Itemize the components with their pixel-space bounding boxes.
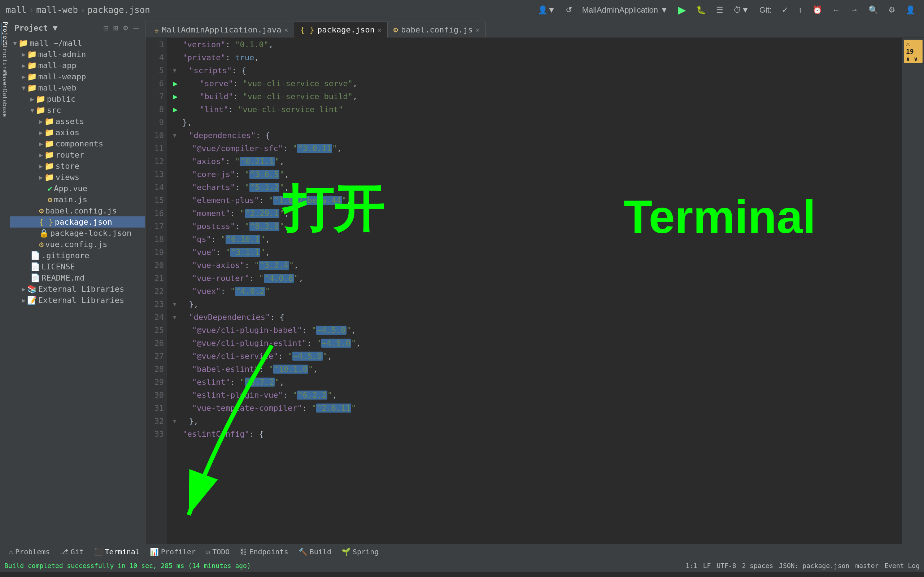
tree-item-scratches[interactable]: ▶ 📝 External Libraries — [10, 295, 145, 306]
fold-arrow-24[interactable]: ▼ — [173, 311, 176, 324]
tree-item-public[interactable]: ▶ 📁 public — [10, 93, 145, 105]
profiler-btn[interactable]: ⏱▼ — [730, 4, 752, 16]
line-num-4: 4 — [159, 51, 164, 64]
code-area[interactable]: "version": "0.1.0", "private": true, ▼ "… — [167, 38, 902, 544]
close-tab-json[interactable]: ✕ — [378, 26, 381, 34]
history-btn[interactable]: ⏰ — [809, 4, 825, 16]
tree-item-mall-weapp[interactable]: ▶ 📁 mall-weapp — [10, 71, 145, 82]
sidebar-item-structure[interactable]: Structure — [1, 46, 10, 68]
folder-icon: 📁 — [44, 150, 54, 160]
line-num-26: 26 — [155, 337, 164, 350]
close-tab-babel[interactable]: ✕ — [476, 26, 480, 34]
code-line-24: ▼ "devDependencies": { — [173, 311, 897, 324]
line-num-18: 18 — [155, 233, 164, 246]
fold-arrow-23[interactable]: ▼ — [173, 298, 176, 311]
avatar-btn[interactable]: 👤 — [903, 4, 918, 16]
forward-btn[interactable]: → — [848, 4, 861, 16]
git-btn[interactable]: Git: — [756, 4, 775, 16]
tree-item-src[interactable]: ▼ 📁 src — [10, 105, 145, 116]
build-status: Build completed successfully in 10 sec, … — [4, 562, 251, 569]
fold-arrow-32[interactable]: ▼ — [173, 415, 176, 428]
settings-btn[interactable]: ⚙ — [885, 4, 898, 16]
tree-item-mall-admin[interactable]: ▶ 📁 mall-admin — [10, 49, 145, 60]
tree-item-mall-web[interactable]: ▼ 📁 mall-web — [10, 82, 145, 93]
tree-item-license[interactable]: 📄 LICENSE — [10, 261, 145, 272]
close-tab-java[interactable]: ✕ — [284, 26, 288, 34]
sidebar-item-maven[interactable]: Maven — [1, 69, 10, 91]
code-line-14: "echarts": "^5.1.2", — [173, 181, 897, 194]
locate-btn[interactable]: ⊞ — [111, 23, 120, 33]
chevron-right-icon: ▶ — [22, 285, 26, 293]
problems-icon: ⚠ — [9, 548, 13, 556]
tree-item-external-libs[interactable]: ▶ 📚 External Libraries — [10, 284, 145, 295]
chevron-down-icon: ▼ — [22, 84, 26, 92]
run-config-btn[interactable]: MallAdminApplication ▼ — [579, 4, 671, 16]
tree-item-app-vue[interactable]: ✔ App.vue — [10, 183, 145, 194]
run-btn[interactable]: ▶ — [675, 3, 689, 17]
file-tree: ▼ 📁 mall ~/mall ▶ 📁 mall-admin ▶ 📁 mall-… — [10, 36, 145, 544]
tab-todo[interactable]: ☑ TODO — [201, 546, 234, 558]
back-btn[interactable]: ← — [829, 4, 843, 16]
tab-problems[interactable]: ⚠ Problems — [4, 546, 54, 558]
git-up-btn[interactable]: ↑ — [795, 4, 805, 16]
tab-build[interactable]: 🔨 Build — [294, 546, 336, 558]
tree-item-vue-config[interactable]: ⚙ vue.config.js — [10, 239, 145, 250]
tree-item-mall-app[interactable]: ▶ 📁 mall-app — [10, 60, 145, 71]
tree-item-gitignore[interactable]: 📄 .gitignore — [10, 250, 145, 261]
tree-item-router[interactable]: ▶ 📁 router — [10, 149, 145, 161]
line-ending: LF — [703, 562, 711, 569]
fold-arrow-10[interactable]: ▼ — [173, 129, 176, 142]
code-line-20: "vue-axios": "^3.2.4", — [173, 259, 897, 272]
tab-git[interactable]: ⎇ Git — [56, 546, 88, 558]
fold-arrow-5[interactable]: ▼ — [173, 64, 176, 77]
code-line-6: ▶ "serve": "vue-cli-service serve", — [173, 77, 897, 90]
tree-item-views[interactable]: ▶ 📁 views — [10, 172, 145, 183]
line-num-24: 24 — [155, 311, 164, 324]
tab-terminal[interactable]: ⬛ Terminal — [89, 546, 144, 558]
collapse-all-btn[interactable]: ⊟ — [102, 23, 110, 33]
settings-btn[interactable]: ⚙ — [121, 23, 130, 33]
tab-profiler[interactable]: 📊 Profiler — [145, 546, 200, 558]
line-num-9: 9 — [159, 116, 164, 129]
tab-json[interactable]: { } package.json ✕ — [294, 22, 388, 37]
tree-item-axios[interactable]: ▶ 📁 axios — [10, 127, 145, 138]
line-num-14: 14 — [155, 181, 164, 194]
line-num-5: 5 — [159, 64, 164, 77]
code-line-3: "version": "0.1.0", — [173, 38, 897, 51]
tree-item-main-js[interactable]: ⚙ main.js — [10, 194, 145, 205]
folder-icon: 📁 — [44, 161, 54, 171]
tree-item-store[interactable]: ▶ 📁 store — [10, 161, 145, 172]
code-line-13: "core-js": "^3.6.5", — [173, 168, 897, 181]
debug-btn[interactable]: 🐛 — [693, 4, 709, 16]
tree-item-package-json[interactable]: { } package.json — [10, 216, 145, 227]
tree-item-readme[interactable]: 📄 README.md — [10, 272, 145, 284]
line-num-3: 3 — [159, 38, 164, 51]
code-line-5: ▼ "scripts": { — [173, 64, 897, 77]
search-btn[interactable]: 🔍 — [866, 4, 881, 16]
editor-area: ☕ MallAdminApplication.java ✕ { } packag… — [145, 20, 924, 544]
endpoints-icon: ⛓ — [240, 548, 247, 556]
tree-item-package-lock[interactable]: 🔒 package-lock.json — [10, 227, 145, 239]
coverage-btn[interactable]: ☰ — [713, 4, 726, 16]
sidebar-item-database[interactable]: Database — [1, 92, 10, 114]
code-line-4: "private": true, — [173, 51, 897, 64]
tab-java[interactable]: ☕ MallAdminApplication.java ✕ — [149, 22, 294, 37]
vcs-btn[interactable]: ↺ — [563, 4, 575, 16]
spring-icon: 🌱 — [341, 548, 351, 556]
cursor-position: 1:1 — [685, 562, 697, 569]
tab-endpoints[interactable]: ⛓ Endpoints — [235, 546, 292, 558]
tab-spring[interactable]: 🌱 Spring — [337, 546, 383, 558]
tree-root[interactable]: ▼ 📁 mall ~/mall — [10, 37, 145, 49]
line-num-6: 6 — [159, 77, 164, 90]
tree-item-components[interactable]: ▶ 📁 components — [10, 138, 145, 149]
git-check-btn[interactable]: ✓ — [779, 4, 791, 16]
event-log[interactable]: Event Log — [884, 562, 920, 569]
user-btn[interactable]: 👤▼ — [535, 4, 558, 16]
file-icon: 📄 — [30, 273, 40, 282]
tree-item-babel-config[interactable]: ⚙ babel.config.js — [10, 205, 145, 216]
scratch-icon: 📝 — [27, 296, 37, 305]
tree-item-assets[interactable]: ▶ 📁 assets — [10, 116, 145, 127]
minimize-btn[interactable]: — — [131, 23, 141, 33]
tab-babel[interactable]: ⚙ babel.config.js ✕ — [388, 22, 486, 37]
run-arrow-7: ▶ — [173, 90, 178, 103]
